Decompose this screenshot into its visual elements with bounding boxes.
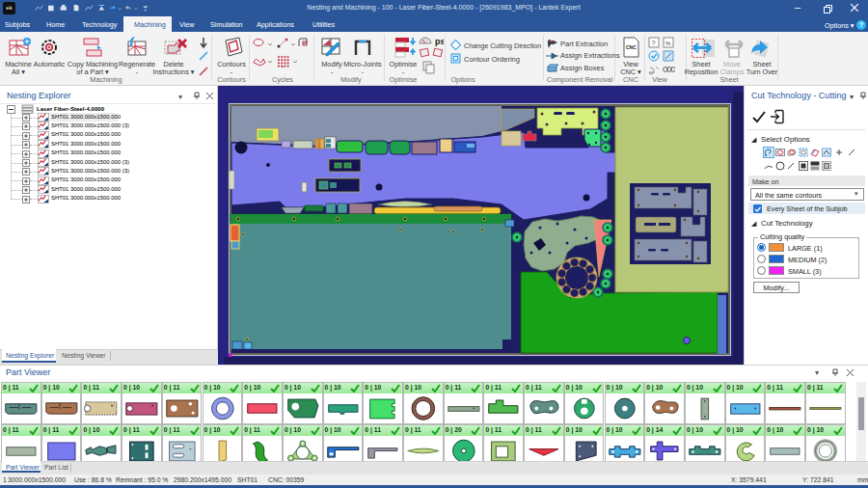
svg-text:ps: ps [435,37,444,46]
svg-text:?: ? [652,40,656,46]
svg-text:%: % [665,41,671,46]
svg-text:CNC: CNC [626,44,637,50]
